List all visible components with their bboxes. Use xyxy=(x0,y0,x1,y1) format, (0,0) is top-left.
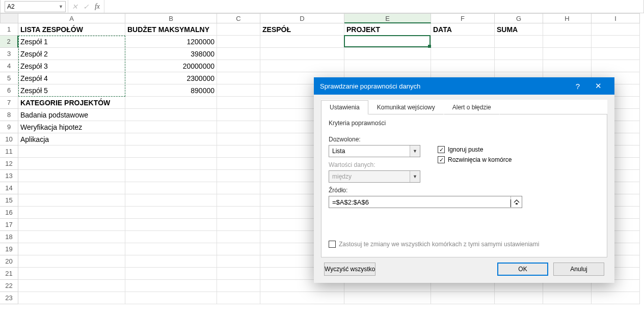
cell-F1[interactable]: DATA xyxy=(431,23,495,36)
row-header-16[interactable]: 16 xyxy=(0,207,18,219)
row-header-11[interactable]: 11 xyxy=(0,146,18,158)
cell-A8[interactable]: Badania podstawowe xyxy=(18,109,125,121)
row-header-4[interactable]: 4 xyxy=(0,60,18,72)
cell-C14[interactable] xyxy=(217,182,260,194)
cell-C15[interactable] xyxy=(217,194,260,207)
cell-B15[interactable] xyxy=(125,194,217,207)
cell-B12[interactable] xyxy=(125,158,217,170)
fx-icon[interactable]: fx xyxy=(92,1,103,12)
cell-B8[interactable] xyxy=(125,109,217,121)
cell-B19[interactable] xyxy=(125,243,217,255)
cell-C23[interactable] xyxy=(217,292,260,304)
cell-A15[interactable] xyxy=(18,194,125,207)
cell-A9[interactable]: Weryfikacja hipotez xyxy=(18,121,125,133)
cell-A19[interactable] xyxy=(18,243,125,255)
cell-B1[interactable]: BUDŻET MAKSYMALNY xyxy=(125,23,217,36)
cell-C13[interactable] xyxy=(217,170,260,182)
cell-A5[interactable]: Zespół 4 xyxy=(18,72,125,84)
ok-button[interactable]: OK xyxy=(497,263,548,276)
cell-B6[interactable]: 890000 xyxy=(125,84,217,97)
cell-I2[interactable] xyxy=(592,36,640,48)
column-header-B[interactable]: B xyxy=(125,13,217,23)
cell-E1[interactable]: PROJEKT xyxy=(344,23,431,36)
cell-E23[interactable] xyxy=(344,292,431,304)
cell-G3[interactable] xyxy=(495,48,543,60)
cell-B5[interactable]: 2300000 xyxy=(125,72,217,84)
cell-C8[interactable] xyxy=(217,109,260,121)
column-header-H[interactable]: H xyxy=(543,13,592,23)
cell-A16[interactable] xyxy=(18,207,125,219)
cell-A22[interactable] xyxy=(18,280,125,292)
cell-F3[interactable] xyxy=(431,48,495,60)
help-button[interactable]: ? xyxy=(568,77,588,95)
cell-H3[interactable] xyxy=(543,48,592,60)
cell-A14[interactable] xyxy=(18,182,125,194)
cell-D3[interactable] xyxy=(260,48,344,60)
tab-settings[interactable]: Ustawienia xyxy=(321,100,368,114)
cell-A7[interactable]: KATEGORIE PROJEKTÓW xyxy=(18,97,125,109)
column-header-A[interactable]: A xyxy=(18,13,125,23)
row-header-9[interactable]: 9 xyxy=(0,121,18,133)
cell-C3[interactable] xyxy=(217,48,260,60)
cell-A13[interactable] xyxy=(18,170,125,182)
close-icon[interactable]: ✕ xyxy=(588,77,608,95)
cell-C9[interactable] xyxy=(217,121,260,133)
cell-D23[interactable] xyxy=(260,292,344,304)
row-header-14[interactable]: 14 xyxy=(0,182,18,194)
in-cell-dropdown-checkbox[interactable]: ✓ Rozwinięcia w komórce xyxy=(438,156,512,163)
cell-B21[interactable] xyxy=(125,268,217,280)
cell-F23[interactable] xyxy=(431,292,495,304)
cell-H4[interactable] xyxy=(543,60,592,72)
row-header-5[interactable]: 5 xyxy=(0,72,18,84)
cell-C1[interactable] xyxy=(217,23,260,36)
ignore-blank-checkbox[interactable]: ✓ Ignoruj puste xyxy=(438,146,512,153)
cell-D4[interactable] xyxy=(260,60,344,72)
cell-B14[interactable] xyxy=(125,182,217,194)
row-header-1[interactable]: 1 xyxy=(0,23,18,36)
cell-A4[interactable]: Zespół 3 xyxy=(18,60,125,72)
name-box[interactable]: A2 ▼ xyxy=(5,1,66,12)
row-header-19[interactable]: 19 xyxy=(0,243,18,255)
row-header-18[interactable]: 18 xyxy=(0,231,18,243)
row-header-7[interactable]: 7 xyxy=(0,97,18,109)
cell-A21[interactable] xyxy=(18,268,125,280)
row-header-15[interactable]: 15 xyxy=(0,194,18,207)
allow-combobox[interactable]: Lista ▼ xyxy=(329,145,420,157)
cell-C4[interactable] xyxy=(217,60,260,72)
cell-C16[interactable] xyxy=(217,207,260,219)
cell-C21[interactable] xyxy=(217,268,260,280)
tab-error-alert[interactable]: Alert o błędzie xyxy=(444,100,500,114)
row-header-6[interactable]: 6 xyxy=(0,84,18,97)
cell-B3[interactable]: 398000 xyxy=(125,48,217,60)
cell-A10[interactable]: Aplikacja xyxy=(18,133,125,146)
cell-B23[interactable] xyxy=(125,292,217,304)
cell-I3[interactable] xyxy=(592,48,640,60)
cell-A18[interactable] xyxy=(18,231,125,243)
cell-I23[interactable] xyxy=(592,292,640,304)
source-input[interactable]: =$A$2:$A$6 xyxy=(329,196,522,208)
range-picker-icon[interactable] xyxy=(511,196,522,208)
dialog-titlebar[interactable]: Sprawdzanie poprawności danych ? ✕ xyxy=(314,77,614,95)
cell-B10[interactable] xyxy=(125,133,217,146)
chevron-down-icon[interactable]: ▼ xyxy=(410,146,420,157)
cell-A23[interactable] xyxy=(18,292,125,304)
cell-H2[interactable] xyxy=(543,36,592,48)
chevron-down-icon[interactable]: ▼ xyxy=(59,4,63,9)
cell-A1[interactable]: LISTA ZESPOŁÓW xyxy=(18,23,125,36)
cell-G2[interactable] xyxy=(495,36,543,48)
cell-E2[interactable] xyxy=(344,36,431,48)
cell-A3[interactable]: Zespół 2 xyxy=(18,48,125,60)
column-header-C[interactable]: C xyxy=(217,13,260,23)
cell-C10[interactable] xyxy=(217,133,260,146)
cell-F4[interactable] xyxy=(431,60,495,72)
row-header-8[interactable]: 8 xyxy=(0,109,18,121)
cell-B20[interactable] xyxy=(125,255,217,268)
cell-B2[interactable]: 1200000 xyxy=(125,36,217,48)
tab-input-message[interactable]: Komunikat wejściowy xyxy=(368,100,444,114)
cell-C17[interactable] xyxy=(217,219,260,231)
cell-B9[interactable] xyxy=(125,121,217,133)
cell-C11[interactable] xyxy=(217,146,260,158)
cell-C5[interactable] xyxy=(217,72,260,84)
formula-input[interactable] xyxy=(104,0,643,13)
clear-all-button[interactable]: Wyczyść wszystko xyxy=(324,263,375,276)
